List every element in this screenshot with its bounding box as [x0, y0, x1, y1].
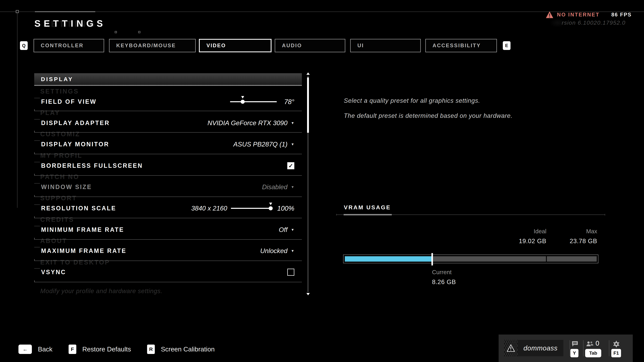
setting-label: MAXIMUM FRAME RATE: [41, 247, 126, 254]
left-frame-line: [17, 12, 18, 208]
back-key[interactable]: ←: [18, 345, 32, 354]
footer-hint-bar: ← Back F Restore Defaults R Screen Calib…: [18, 345, 215, 354]
settings-key[interactable]: F1: [611, 349, 621, 357]
tab-ui[interactable]: UI: [350, 39, 421, 52]
setting-label: MINIMUM FRAME RATE: [41, 226, 124, 233]
setting-label: WINDOW SIZE: [41, 184, 92, 191]
back-label[interactable]: Back: [38, 346, 52, 353]
fps-counter: 86 FPS: [611, 12, 632, 18]
slider-knob[interactable]: [241, 100, 245, 104]
preset-description-line1: Select a quality preset for all graphics…: [344, 97, 480, 104]
minimum-frame-rate-dropdown[interactable]: Off ▼: [279, 226, 294, 233]
tab-keyboard-mouse[interactable]: KEYBOARD/MOUSE: [109, 39, 196, 52]
setting-label: VSYNC: [41, 269, 66, 276]
window-size-dropdown: Disabled ▼: [262, 183, 294, 191]
gear-icon[interactable]: [613, 341, 620, 348]
scrollbar-down-arrow[interactable]: [306, 293, 310, 295]
vram-current-marker: [432, 253, 433, 266]
row-separator: [34, 132, 302, 133]
vram-max-label: Max: [586, 228, 597, 235]
chat-icon[interactable]: [572, 341, 578, 347]
panel-divider: [570, 340, 570, 356]
vsync-checkbox[interactable]: [287, 269, 294, 276]
ghost-menu-settings: SETTINGS: [40, 88, 79, 95]
row-separator: [34, 154, 302, 154]
setting-row-field-of-view[interactable]: FIELD OF VIEW 78°: [34, 94, 302, 109]
settings-screen: NO INTERNET 86 FPS rsion 6.10020.17952.0…: [0, 0, 644, 362]
vram-current-value: 8.26 GB: [432, 279, 456, 286]
player-panel: dommoass Y 0 Tab F1: [498, 335, 633, 362]
restore-defaults-label[interactable]: Restore Defaults: [82, 346, 131, 353]
preset-description-line2: The default preset is determined based o…: [344, 112, 512, 119]
row-separator: [34, 261, 302, 261]
version-label: rsion 6.10020.17952.0: [556, 19, 626, 26]
fov-value: 78°: [284, 98, 294, 106]
maximum-frame-rate-dropdown[interactable]: Unlocked ▼: [260, 247, 294, 255]
scrollbar-up-arrow[interactable]: [306, 72, 310, 75]
screen-calibration-key[interactable]: R: [147, 345, 155, 354]
chevron-down-icon: ▼: [291, 228, 294, 232]
people-icon[interactable]: [586, 341, 594, 347]
setting-row-resolution-scale[interactable]: RESOLUTION SCALE 3840 x 2160 100%: [34, 201, 302, 216]
vram-bar-inner: [345, 256, 597, 262]
slider-knob[interactable]: [269, 206, 273, 210]
setting-row-borderless-fullscreen[interactable]: BORDERLESS FULLSCREEN ✓: [34, 158, 302, 173]
restore-defaults-key[interactable]: F: [68, 345, 76, 354]
vram-usage-bar: [343, 255, 598, 263]
row-separator: [34, 239, 302, 240]
ghost-description: Modify your profile and hardware setting…: [40, 288, 162, 295]
setting-label: FIELD OF VIEW: [41, 98, 96, 105]
connection-status: NO INTERNET 86 FPS: [546, 10, 632, 19]
row-separator: [34, 197, 302, 197]
setting-label: DISPLAY MONITOR: [41, 141, 109, 148]
chevron-down-icon: ▼: [291, 121, 294, 125]
setting-row-vsync[interactable]: VSYNC: [34, 265, 302, 280]
resolution-text: 3840 x 2160: [191, 205, 227, 212]
display-monitor-dropdown[interactable]: ASUS PB287Q (1) ▼: [233, 141, 294, 148]
ghost-key-hint-square: [138, 31, 140, 33]
slider-marker-icon: [269, 203, 272, 205]
setting-row-display-adapter[interactable]: DISPLAY ADAPTER NVIDIA GeForce RTX 3090 …: [34, 115, 302, 131]
setting-label: DISPLAY ADAPTER: [41, 119, 110, 126]
row-separator: [34, 218, 302, 218]
setting-row-window-size: WINDOW SIZE Disabled ▼: [34, 179, 302, 195]
section-header-underline: [34, 85, 302, 86]
tab-video[interactable]: VIDEO: [199, 39, 272, 52]
setting-row-minimum-frame-rate[interactable]: MINIMUM FRAME RATE Off ▼: [34, 222, 302, 237]
vram-divider-accent: [344, 214, 392, 215]
chat-key[interactable]: Y: [570, 349, 578, 357]
page-title: SETTINGS: [34, 18, 106, 29]
setting-row-maximum-frame-rate[interactable]: MAXIMUM FRAME RATE Unlocked ▼: [34, 243, 302, 258]
section-header-display: DISPLAY: [34, 73, 302, 85]
vram-bar-fill: [345, 256, 432, 262]
tab-accessibility[interactable]: ACCESSIBILITY: [425, 39, 497, 52]
avatar-warning-icon: [506, 344, 515, 352]
slider-track[interactable]: [231, 208, 271, 209]
social-count: 0: [596, 340, 599, 347]
vram-current-label: Current: [432, 269, 452, 276]
row-separator: [34, 111, 302, 111]
tab-next-hotkey: E: [503, 41, 510, 50]
tab-audio[interactable]: AUDIO: [275, 39, 345, 52]
vram-usage-title: VRAM USAGE: [344, 204, 391, 211]
slider-track[interactable]: [230, 101, 277, 102]
player-name[interactable]: dommoass: [518, 340, 563, 356]
tab-prev-hotkey: Q: [20, 41, 28, 50]
warning-icon: [546, 11, 553, 18]
vram-ideal-divider: [546, 256, 547, 262]
vram-max-value: 23.78 GB: [570, 238, 597, 245]
chevron-down-icon: ▼: [291, 142, 294, 146]
borderless-fullscreen-checkbox[interactable]: ✓: [287, 162, 294, 169]
panel-divider: [583, 340, 584, 356]
ghost-key-hint-square: [115, 31, 117, 33]
player-avatar[interactable]: [504, 340, 518, 356]
social-key[interactable]: Tab: [585, 349, 601, 357]
panel-divider: [609, 340, 609, 356]
display-adapter-dropdown[interactable]: NVIDIA GeForce RTX 3090 ▼: [208, 119, 294, 127]
chevron-down-icon: ▼: [291, 185, 294, 189]
setting-row-display-monitor[interactable]: DISPLAY MONITOR ASUS PB287Q (1) ▼: [34, 137, 302, 152]
no-internet-label: NO INTERNET: [557, 12, 600, 18]
tab-controller[interactable]: CONTROLLER: [34, 39, 104, 52]
screen-calibration-label[interactable]: Screen Calibration: [161, 346, 215, 353]
scrollbar-thumb[interactable]: [307, 77, 309, 133]
